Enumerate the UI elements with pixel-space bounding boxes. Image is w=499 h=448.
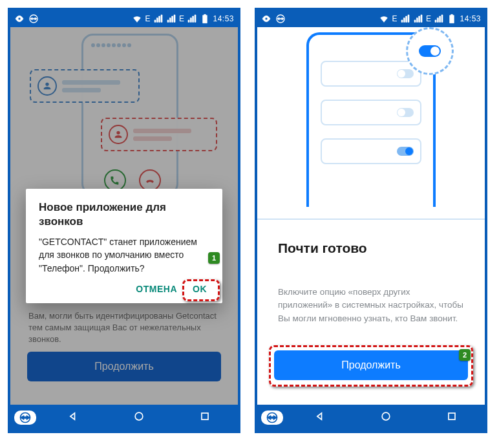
nav-home-icon[interactable] <box>133 410 145 425</box>
teamviewer-pill-icon[interactable] <box>261 411 283 425</box>
signal-icon <box>166 14 176 24</box>
onboarding-heading: Почти готово <box>278 240 367 256</box>
default-dialer-dialog: Новое приложение для звонков "GETCONTACT… <box>26 189 222 303</box>
wifi-icon <box>379 14 389 24</box>
step-badge-1: 1 <box>208 252 220 264</box>
phone-mockup-left: E E 14:53 <box>8 8 240 433</box>
nav-back-icon[interactable] <box>313 410 326 425</box>
svg-rect-7 <box>449 413 455 420</box>
nav-recent-icon[interactable] <box>445 410 458 425</box>
clock-label: 14:53 <box>460 14 481 23</box>
eye-icon <box>14 14 25 24</box>
continue-button[interactable]: Продолжить <box>274 350 468 380</box>
status-bar: E E 14:53 <box>10 10 238 27</box>
svg-rect-3 <box>202 413 208 420</box>
cancel-button[interactable]: ОТМЕНА <box>136 284 177 294</box>
network-label: E <box>145 14 151 23</box>
signal-icon <box>153 14 164 24</box>
nav-back-icon[interactable] <box>67 410 80 425</box>
network-label: E <box>392 14 398 23</box>
eye-icon <box>261 14 271 24</box>
screen-left: Вам, могли быть идентифицированы Getcont… <box>10 27 238 405</box>
nav-recent-icon[interactable] <box>198 410 211 425</box>
svg-point-2 <box>135 412 143 420</box>
step-badge-2: 2 <box>459 349 471 361</box>
signal-icon <box>187 14 197 24</box>
signal-icon <box>434 14 444 24</box>
svg-point-6 <box>382 412 390 420</box>
battery-icon <box>200 14 210 24</box>
toggle-highlight-icon <box>406 27 454 75</box>
ok-button[interactable]: OK <box>193 284 207 294</box>
wifi-icon <box>132 14 142 24</box>
signal-icon <box>400 14 410 24</box>
dialog-title: Новое приложение для звонков <box>39 200 209 229</box>
signal-icon <box>413 14 423 24</box>
screen-right: Почти готово Включите опцию «поверх друг… <box>257 27 485 405</box>
onboarding-paragraph: Включите опцию «поверх других приложений… <box>278 286 464 325</box>
network-label: E <box>426 14 432 23</box>
teamviewer-pill-icon[interactable] <box>14 411 36 425</box>
system-navbar <box>257 405 485 431</box>
teamviewer-icon <box>275 14 286 24</box>
dialog-body: "GETCONTACT" станет приложением для звон… <box>39 235 209 275</box>
clock-label: 14:53 <box>213 14 234 23</box>
status-bar: E E 14:53 <box>257 10 485 27</box>
phone-mockup-right: E E 14:53 <box>255 8 487 433</box>
nav-home-icon[interactable] <box>379 410 392 425</box>
network-label: E <box>179 14 185 23</box>
battery-icon <box>447 14 457 24</box>
overlay-illustration <box>257 32 485 220</box>
system-navbar <box>10 405 238 431</box>
teamviewer-icon <box>28 14 39 24</box>
